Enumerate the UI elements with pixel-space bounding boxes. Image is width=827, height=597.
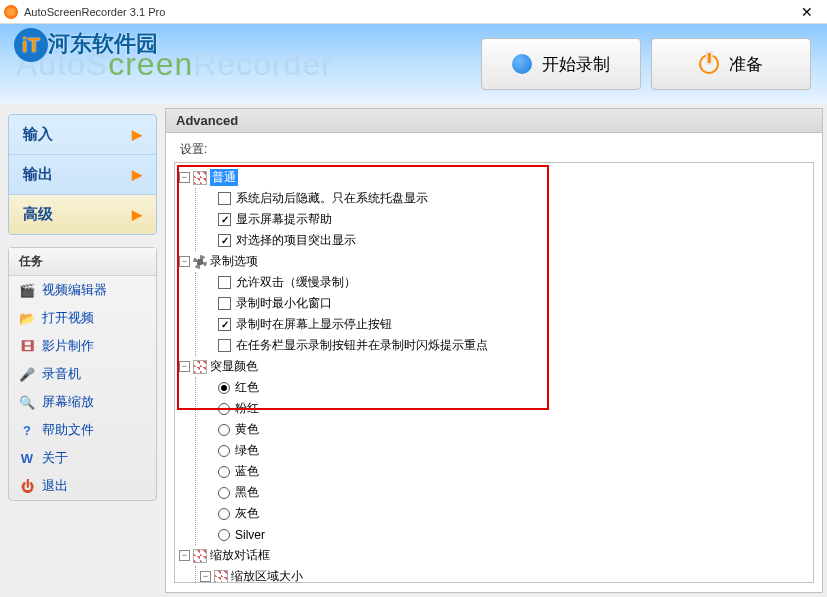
checkbox[interactable] xyxy=(218,276,231,289)
tree-label[interactable]: 录制选项 xyxy=(210,253,258,270)
tree-radio-item[interactable]: 蓝色 xyxy=(218,461,809,482)
tree-checkbox-item[interactable]: 允许双击（缓慢录制） xyxy=(218,272,809,293)
tree-label: 系统启动后隐藏。只在系统托盘显示 xyxy=(236,190,428,207)
gear-icon xyxy=(193,255,207,269)
task-label: 录音机 xyxy=(42,365,81,383)
task-item[interactable]: 📂打开视频 xyxy=(9,304,156,332)
tree-checkbox-item[interactable]: 系统启动后隐藏。只在系统托盘显示 xyxy=(218,188,809,209)
tree-label: 灰色 xyxy=(235,505,259,522)
task-label: 关于 xyxy=(42,449,68,467)
task-icon: 📂 xyxy=(19,310,35,326)
tree-section-zoom-area: − 缩放区域大小 无缩放 xyxy=(200,566,809,583)
prepare-button[interactable]: 准备 xyxy=(651,38,811,90)
titlebar: AutoScreenRecorder 3.1 Pro ✕ xyxy=(0,0,827,24)
radio[interactable] xyxy=(218,424,230,436)
window-title: AutoScreenRecorder 3.1 Pro xyxy=(24,6,791,18)
tree-label: 显示屏幕提示帮助 xyxy=(236,211,332,228)
collapse-icon[interactable]: − xyxy=(179,256,190,267)
tasks-header: 任务 xyxy=(9,248,156,276)
tree-checkbox-item[interactable]: 对选择的项目突出显示 xyxy=(218,230,809,251)
tree-radio-item[interactable]: Silver xyxy=(218,524,809,545)
task-icon: ? xyxy=(19,422,35,438)
checkbox[interactable] xyxy=(218,339,231,352)
checkbox[interactable] xyxy=(218,213,231,226)
collapse-icon[interactable]: − xyxy=(179,550,190,561)
task-label: 视频编辑器 xyxy=(42,281,107,299)
tree-label: 在任务栏显示录制按钮并在录制时闪烁提示重点 xyxy=(236,337,488,354)
checkbox[interactable] xyxy=(218,192,231,205)
header: iT河东软件园 AutoScreenRecorder 开始录制 准备 xyxy=(0,24,827,104)
tasks-panel: 任务 🎬视频编辑器📂打开视频🎞影片制作🎤录音机🔍屏幕缩放?帮助文件W关于⏻退出 xyxy=(8,247,157,501)
settings-tree[interactable]: − 普通 系统启动后隐藏。只在系统托盘显示显示屏幕提示帮助对选择的项目突出显示 … xyxy=(174,162,814,583)
task-item[interactable]: 🎞影片制作 xyxy=(9,332,156,360)
radio[interactable] xyxy=(218,487,230,499)
tree-label[interactable]: 缩放区域大小 xyxy=(231,568,303,583)
tree-radio-item[interactable]: 黄色 xyxy=(218,419,809,440)
checkbox[interactable] xyxy=(218,297,231,310)
task-icon: 🎤 xyxy=(19,366,35,382)
tree-label: 录制时在屏幕上显示停止按钮 xyxy=(236,316,392,333)
collapse-icon[interactable]: − xyxy=(200,571,211,582)
tree-label: 绿色 xyxy=(235,442,259,459)
task-item[interactable]: ?帮助文件 xyxy=(9,416,156,444)
section-icon xyxy=(193,549,207,563)
collapse-icon[interactable]: − xyxy=(179,361,190,372)
tree-label[interactable]: 突显颜色 xyxy=(210,358,258,375)
tree-radio-item[interactable]: 灰色 xyxy=(218,503,809,524)
tree-radio-item[interactable]: 粉红 xyxy=(218,398,809,419)
tree-label: Silver xyxy=(235,528,265,542)
task-item[interactable]: 🔍屏幕缩放 xyxy=(9,388,156,416)
tree-label: 录制时最小化窗口 xyxy=(236,295,332,312)
tree-radio-item[interactable]: 绿色 xyxy=(218,440,809,461)
tree-label[interactable]: 缩放对话框 xyxy=(210,547,270,564)
close-button[interactable]: ✕ xyxy=(791,1,823,23)
tree-label: 蓝色 xyxy=(235,463,259,480)
collapse-icon[interactable]: − xyxy=(179,172,190,183)
checkbox[interactable] xyxy=(218,318,231,331)
task-label: 打开视频 xyxy=(42,309,94,327)
settings-label: 设置: xyxy=(180,141,814,158)
power-icon xyxy=(699,54,719,74)
tree-section-record-options: − 录制选项 允许双击（缓慢录制）录制时最小化窗口录制时在屏幕上显示停止按钮在任… xyxy=(179,251,809,356)
radio[interactable] xyxy=(218,382,230,394)
tree-label: 允许双击（缓慢录制） xyxy=(236,274,356,291)
section-icon xyxy=(193,171,207,185)
tree-radio-item[interactable]: 红色 xyxy=(218,377,809,398)
task-icon: 🎞 xyxy=(19,338,35,354)
radio[interactable] xyxy=(218,529,230,541)
main-panel: Advanced 设置: − 普通 系统启动后隐藏。只在系统托盘显示显示屏幕提示… xyxy=(165,104,827,597)
task-icon: 🔍 xyxy=(19,394,35,410)
chevron-right-icon: ▶ xyxy=(132,127,142,142)
radio[interactable] xyxy=(218,466,230,478)
tree-radio-item[interactable]: 黑色 xyxy=(218,482,809,503)
radio[interactable] xyxy=(218,403,230,415)
radio[interactable] xyxy=(218,508,230,520)
task-item[interactable]: ⏻退出 xyxy=(9,472,156,500)
start-record-button[interactable]: 开始录制 xyxy=(481,38,641,90)
task-label: 屏幕缩放 xyxy=(42,393,94,411)
tree-label[interactable]: 普通 xyxy=(210,169,238,186)
tree-label: 红色 xyxy=(235,379,259,396)
tree-checkbox-item[interactable]: 显示屏幕提示帮助 xyxy=(218,209,809,230)
radio[interactable] xyxy=(218,445,230,457)
tree-checkbox-item[interactable]: 在任务栏显示录制按钮并在录制时闪烁提示重点 xyxy=(218,335,809,356)
section-icon xyxy=(193,360,207,374)
app-logo: AutoScreenRecorder xyxy=(16,46,471,83)
nav-output[interactable]: 输出▶ xyxy=(9,155,156,195)
task-icon: 🎬 xyxy=(19,282,35,298)
task-item[interactable]: 🎬视频编辑器 xyxy=(9,276,156,304)
task-icon: ⏻ xyxy=(19,478,35,494)
nav-input[interactable]: 输入▶ xyxy=(9,115,156,155)
tree-checkbox-item[interactable]: 录制时最小化窗口 xyxy=(218,293,809,314)
chevron-right-icon: ▶ xyxy=(132,207,142,222)
record-icon xyxy=(512,54,532,74)
task-icon: W xyxy=(19,450,35,466)
section-icon xyxy=(214,570,228,584)
tree-checkbox-item[interactable]: 录制时在屏幕上显示停止按钮 xyxy=(218,314,809,335)
checkbox[interactable] xyxy=(218,234,231,247)
panel-title: Advanced xyxy=(165,108,823,133)
task-item[interactable]: W关于 xyxy=(9,444,156,472)
nav-advanced[interactable]: 高级▶ xyxy=(9,195,156,234)
tree-section-zoom-dialog: − 缩放对话框 − 缩放区域大小 无缩放 xyxy=(179,545,809,583)
task-item[interactable]: 🎤录音机 xyxy=(9,360,156,388)
